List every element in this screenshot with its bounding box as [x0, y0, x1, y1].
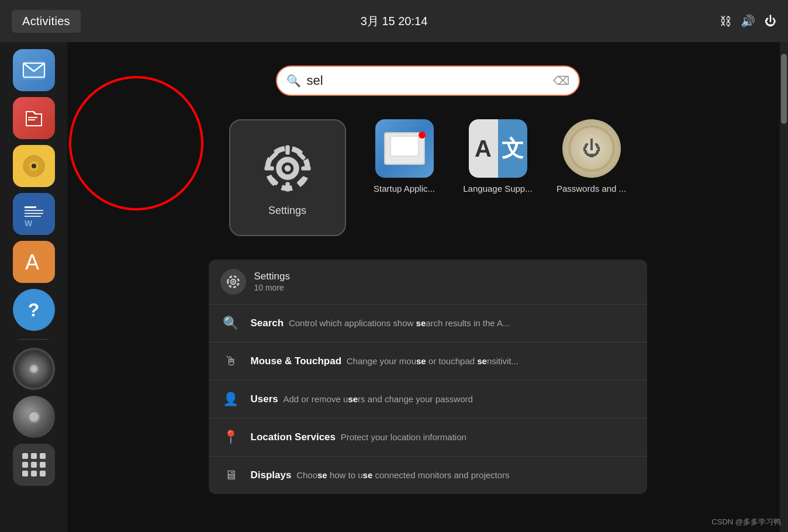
- dock-item-email[interactable]: [13, 49, 55, 91]
- users-result-desc: Add or remove users and change your pass…: [284, 394, 473, 404]
- dock-item-disc1[interactable]: [13, 348, 55, 390]
- startup-app-label: Startup Applic...: [374, 184, 435, 194]
- volume-icon[interactable]: 🔊: [741, 14, 755, 28]
- mouse-result-desc: Change your mouse or touchpad sensitivit…: [347, 356, 519, 366]
- svg-rect-12: [25, 216, 41, 217]
- appgrid-icon: [13, 444, 55, 486]
- password-key-icon: ⏻: [582, 138, 601, 160]
- settings-header-text: Settings 10 more: [254, 271, 290, 293]
- files-icon: [13, 97, 55, 139]
- writer-icon: W: [13, 193, 55, 235]
- search-result-desc: Control which applications show search r…: [289, 318, 510, 328]
- passwords-app-label: Passwords and ...: [557, 184, 626, 194]
- displays-result-desc: Choose how to use connected monitors and…: [296, 470, 509, 480]
- search-input-value[interactable]: sel: [307, 73, 547, 88]
- startup-app-icon: [375, 119, 434, 178]
- svg-rect-9: [25, 206, 36, 208]
- displays-result-icon: 🖥: [223, 467, 239, 483]
- dock-item-writer[interactable]: W: [13, 193, 55, 235]
- app-results: Settings Startup Applic... A 文: [229, 119, 627, 236]
- watermark: CSDN @多多学习鸭: [711, 517, 781, 527]
- location-result-desc: Protect your location information: [341, 432, 466, 442]
- app-item-passwords[interactable]: ⏻ Passwords and ...: [557, 119, 627, 194]
- lang-zh-char: 文: [502, 134, 524, 164]
- search-clear-button[interactable]: ⌫: [553, 74, 569, 88]
- search-result-icon: 🔍: [223, 315, 239, 331]
- mouse-result-name: Mouse & Touchpad: [251, 355, 342, 367]
- users-result-icon: 👤: [223, 391, 239, 407]
- search-bar[interactable]: 🔍 sel ⌫: [276, 65, 580, 96]
- svg-point-28: [232, 281, 234, 283]
- settings-results-header[interactable]: Settings 10 more: [209, 260, 647, 304]
- grid-dot: [22, 462, 28, 468]
- search-result-name: Search: [251, 317, 284, 329]
- svg-point-26: [284, 165, 291, 171]
- svg-rect-3: [28, 119, 35, 120]
- grid-dot: [22, 471, 28, 476]
- displays-result-name: Displays: [251, 469, 292, 481]
- svg-text:W: W: [25, 219, 33, 228]
- passwords-app-icon: ⏻: [562, 119, 621, 178]
- activities-button[interactable]: Activities: [12, 10, 81, 33]
- displays-result-text: Displays Choose how to use connected mon…: [251, 469, 510, 481]
- search-icon: 🔍: [286, 74, 301, 88]
- scrollbar-track: [780, 42, 788, 532]
- appstore-icon: A: [13, 241, 55, 283]
- email-icon: [13, 49, 55, 91]
- scrollbar-thumb[interactable]: [781, 54, 787, 124]
- grid-dot: [40, 462, 46, 468]
- clock: 3月 15 20:14: [361, 13, 428, 29]
- language-app-icon: A 文: [469, 119, 527, 178]
- dock-separator: [19, 339, 49, 340]
- power-icon[interactable]: ⏻: [765, 15, 776, 28]
- grid-dot: [40, 471, 46, 476]
- users-result-text: Users Add or remove users and change you…: [251, 393, 473, 405]
- svg-text:A: A: [25, 250, 39, 274]
- dock-item-appstore[interactable]: A: [13, 241, 55, 283]
- settings-subtitle: 10 more: [254, 283, 284, 292]
- search-container: 🔍 sel ⌫: [276, 65, 580, 96]
- result-item-mouse[interactable]: 🖱 Mouse & Touchpad Change your mouse or …: [209, 342, 647, 380]
- grid-dot: [31, 453, 37, 459]
- dock-item-appgrid[interactable]: [13, 444, 55, 486]
- settings-result-icon: [220, 269, 246, 295]
- language-app-label: Language Supp...: [463, 184, 532, 194]
- location-result-name: Location Services: [251, 431, 336, 443]
- topbar: Activities 3月 15 20:14 ⛓ 🔊 ⏻: [0, 0, 788, 42]
- svg-rect-17: [285, 145, 289, 154]
- lang-a-char: A: [475, 136, 492, 162]
- network-icon[interactable]: ⛓: [720, 15, 731, 28]
- grid-dot: [22, 453, 28, 459]
- result-item-displays[interactable]: 🖥 Displays Choose how to use connected m…: [209, 456, 647, 494]
- location-result-icon: 📍: [223, 429, 239, 445]
- app-item-startup[interactable]: Startup Applic...: [369, 119, 440, 194]
- mouse-result-icon: 🖱: [223, 353, 239, 369]
- music-icon: [13, 145, 55, 187]
- grid-dot: [40, 453, 46, 459]
- grid-dot: [31, 462, 37, 468]
- dock-item-files[interactable]: [13, 97, 55, 139]
- result-item-location[interactable]: 📍 Location Services Protect your locatio…: [209, 418, 647, 456]
- search-result-text: Search Control which applications show s…: [251, 317, 510, 329]
- svg-rect-11: [25, 213, 43, 214]
- location-result-text: Location Services Protect your location …: [251, 431, 466, 443]
- settings-app-label: Settings: [268, 205, 306, 217]
- settings-title: Settings: [254, 271, 290, 282]
- dock-item-music[interactable]: [13, 145, 55, 187]
- users-result-name: Users: [251, 393, 278, 405]
- dock-item-help[interactable]: ?: [13, 289, 55, 331]
- disc1-icon: [13, 348, 55, 390]
- dock-item-disc2[interactable]: [13, 396, 55, 438]
- svg-rect-2: [28, 117, 37, 118]
- svg-point-7: [32, 164, 36, 168]
- result-item-users[interactable]: 👤 Users Add or remove users and change y…: [209, 380, 647, 418]
- svg-rect-10: [25, 210, 43, 211]
- dock: W A ?: [0, 42, 67, 532]
- help-icon: ?: [13, 289, 55, 331]
- result-item-search[interactable]: 🔍 Search Control which applications show…: [209, 304, 647, 342]
- system-tray: ⛓ 🔊 ⏻: [720, 14, 776, 28]
- mouse-result-text: Mouse & Touchpad Change your mouse or to…: [251, 355, 519, 367]
- main-content: 🔍 sel ⌫: [67, 42, 788, 532]
- app-item-settings[interactable]: Settings: [229, 119, 346, 236]
- app-item-language[interactable]: A 文 Language Supp...: [463, 119, 533, 194]
